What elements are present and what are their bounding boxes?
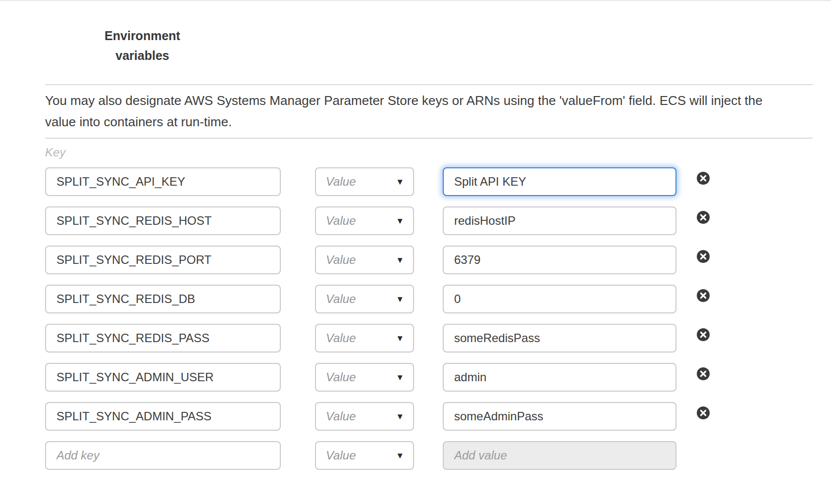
env-var-row: Value ▼ [45,206,813,235]
chevron-down-icon: ▼ [396,334,404,343]
remove-row-button[interactable] [697,250,710,263]
add-env-var-row: Value ▼ [45,441,813,470]
value-type-select[interactable]: Value ▼ [315,167,414,196]
value-type-selected: Value [326,214,356,228]
env-key-input[interactable] [45,402,281,431]
value-type-select[interactable]: Value ▼ [315,363,414,392]
env-var-row: Value ▼ [45,402,813,431]
field-content: You may also designate AWS Systems Manag… [45,84,813,470]
chevron-down-icon: ▼ [396,412,404,421]
remove-row-button[interactable] [697,367,710,380]
env-value-input[interactable] [443,363,676,392]
env-variables-panel: Environment variables You may also desig… [0,0,831,504]
remove-row-button[interactable] [697,211,710,224]
env-key-input[interactable] [45,246,281,274]
chevron-down-icon: ▼ [396,178,404,186]
env-key-input[interactable] [45,363,281,392]
env-value-input[interactable] [443,246,676,274]
field-label: Environment variables [92,1,193,65]
help-text: You may also designate AWS Systems Manag… [45,90,773,133]
value-type-select[interactable]: Value ▼ [315,441,414,470]
env-var-row: Value ▼ [45,246,813,274]
circle-x-icon [697,406,710,419]
circle-x-icon [697,211,710,224]
key-column-label: Key [45,146,813,159]
remove-row-button[interactable] [697,289,710,302]
env-key-input[interactable] [45,324,281,353]
value-type-select[interactable]: Value ▼ [315,206,414,235]
remove-row-button[interactable] [697,328,710,341]
env-key-input[interactable] [45,285,281,313]
circle-x-icon [697,250,710,263]
circle-x-icon [697,328,710,341]
env-key-input[interactable] [45,167,281,196]
remove-row-button[interactable] [697,406,710,419]
chevron-down-icon: ▼ [396,217,404,225]
chevron-down-icon: ▼ [396,256,404,264]
env-value-input[interactable] [443,285,676,313]
circle-x-icon [697,172,710,185]
divider [45,84,813,85]
add-key-input[interactable] [45,441,281,470]
value-type-select[interactable]: Value ▼ [315,246,414,274]
env-var-row: Value ▼ [45,324,813,353]
value-type-selected: Value [326,292,356,306]
circle-x-icon [697,289,710,302]
env-var-row: Value ▼ [45,285,813,313]
value-type-selected: Value [326,253,356,267]
divider [45,138,813,139]
value-type-selected: Value [326,370,356,384]
chevron-down-icon: ▼ [396,295,404,303]
value-type-select[interactable]: Value ▼ [315,285,414,313]
value-type-selected: Value [326,331,356,345]
env-var-rows: Value ▼ Value ▼ [45,167,813,470]
env-key-input[interactable] [45,206,281,235]
value-type-select[interactable]: Value ▼ [315,324,414,353]
circle-x-icon [697,367,710,380]
env-value-input[interactable] [443,206,676,235]
env-value-input[interactable] [443,402,676,431]
env-value-input[interactable] [443,167,676,196]
chevron-down-icon: ▼ [396,452,404,460]
chevron-down-icon: ▼ [396,373,404,382]
value-type-selected: Value [326,409,356,423]
remove-row-button[interactable] [697,172,710,185]
env-var-row: Value ▼ [45,363,813,392]
value-type-selected: Value [326,175,356,189]
env-var-row: Value ▼ [45,167,813,196]
add-value-input[interactable] [443,441,676,470]
value-type-select[interactable]: Value ▼ [315,402,414,431]
value-type-selected: Value [326,449,356,462]
env-value-input[interactable] [443,324,676,353]
